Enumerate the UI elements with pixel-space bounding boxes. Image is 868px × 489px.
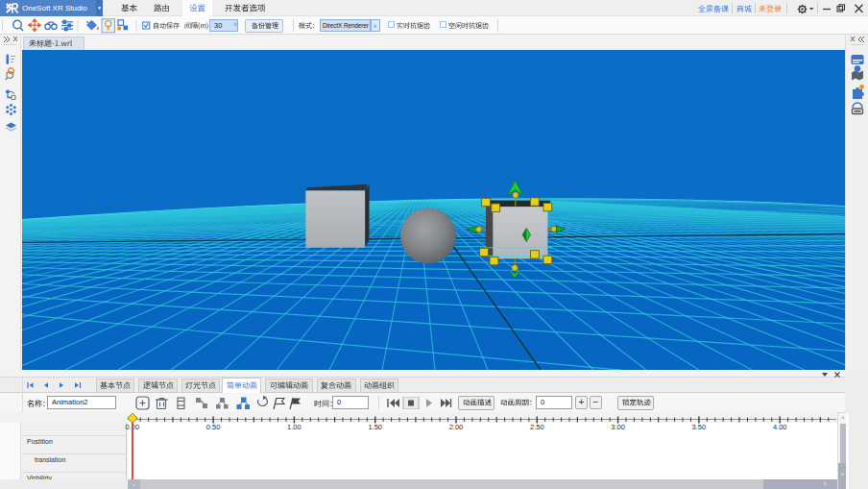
svg-text:2.50: 2.50 [530,423,544,431]
svg-text:1.50: 1.50 [368,423,382,431]
svg-text:3.50: 3.50 [692,423,707,431]
svg-text:2.00: 2.00 [449,423,464,431]
svg-text:4.00: 4.00 [773,423,787,431]
svg-text:0.50: 0.50 [206,423,221,431]
svg-text:1.00: 1.00 [287,423,301,431]
svg-text:3.00: 3.00 [611,423,625,431]
